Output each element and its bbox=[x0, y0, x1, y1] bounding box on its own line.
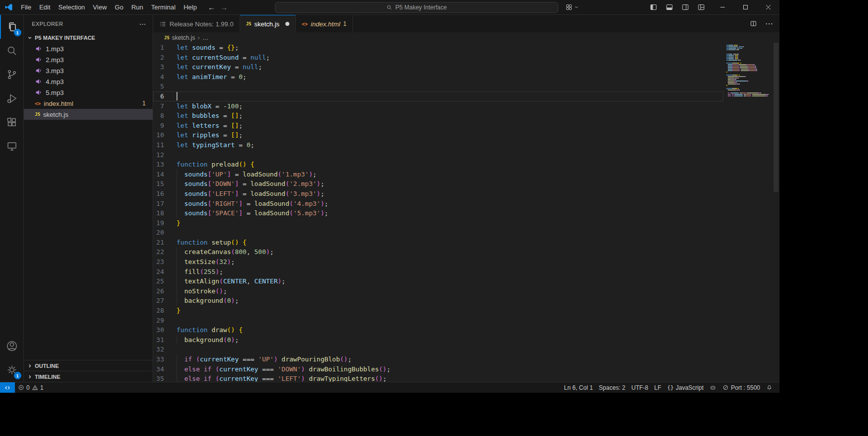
file-row-2mp3[interactable]: 2.mp3 bbox=[24, 54, 153, 65]
code-line[interactable]: 26 noStroke(); bbox=[153, 286, 723, 296]
tab-sketch-js[interactable]: JS sketch.js bbox=[240, 15, 296, 32]
explorer-sidebar: EXPLORER ⋯ P5 MAKEY INTERFACE 1.mp3 2.mp… bbox=[24, 15, 153, 382]
file-row-3mp3[interactable]: 3.mp3 bbox=[24, 65, 153, 76]
toggle-panel-icon[interactable] bbox=[662, 1, 676, 13]
menu-view[interactable]: View bbox=[89, 2, 111, 13]
vertical-scrollbar[interactable] bbox=[773, 43, 780, 382]
code-line[interactable]: 13function preload() { bbox=[153, 160, 723, 170]
breadcrumb-file[interactable]: sketch.js bbox=[172, 34, 195, 41]
indent-status[interactable]: Spaces: 2 bbox=[596, 382, 628, 393]
notifications-status[interactable] bbox=[763, 382, 776, 393]
toggle-primary-sidebar-icon[interactable] bbox=[646, 1, 660, 13]
code-line[interactable]: 19} bbox=[153, 218, 723, 228]
code-line[interactable]: 23 textSize(32); bbox=[153, 257, 723, 267]
code-line[interactable]: 11let typingStart = 0; bbox=[153, 140, 723, 150]
code-line[interactable]: 4let animTimer = 0; bbox=[153, 72, 723, 82]
cursor-position-status[interactable]: Ln 6, Col 1 bbox=[561, 382, 596, 393]
activitybar-remote-explorer[interactable] bbox=[0, 134, 24, 158]
code-line[interactable]: 21function setup() { bbox=[153, 238, 723, 248]
tab-release-notes[interactable]: Release Notes: 1.99.0 bbox=[153, 15, 240, 32]
encoding-status[interactable]: UTF-8 bbox=[628, 382, 651, 393]
code-line[interactable]: 16 sounds['LEFT'] = loadSound('3.mp3'); bbox=[153, 189, 723, 199]
file-row-1mp3[interactable]: 1.mp3 bbox=[24, 43, 153, 54]
scrollbar-thumb[interactable] bbox=[774, 43, 779, 192]
code-line[interactable]: 15 sounds['DOWN'] = loadSound('2.mp3'); bbox=[153, 179, 723, 189]
live-server-port-status[interactable]: Port : 5500 bbox=[719, 382, 763, 393]
more-actions-icon[interactable]: ⋯ bbox=[763, 17, 776, 30]
code-line[interactable]: 34 else if (currentKey === 'DOWN') drawB… bbox=[153, 364, 723, 374]
menu-terminal[interactable]: Terminal bbox=[147, 2, 179, 13]
menu-help[interactable]: Help bbox=[179, 2, 201, 13]
remote-indicator[interactable] bbox=[0, 382, 15, 393]
code-line[interactable]: 10let ripples = []; bbox=[153, 130, 723, 140]
eol-status[interactable]: LF bbox=[651, 382, 664, 393]
explorer-more-actions-icon[interactable]: ⋯ bbox=[139, 20, 147, 28]
minimap[interactable] bbox=[723, 43, 773, 382]
code-line[interactable]: 20 bbox=[153, 228, 723, 238]
customize-layout-icon[interactable] bbox=[694, 1, 708, 13]
code-lines[interactable]: 1let sounds = {};2let currentSound = nul… bbox=[153, 43, 723, 382]
code-line[interactable]: 3let currentKey = null; bbox=[153, 62, 723, 72]
menu-selection[interactable]: Selection bbox=[54, 2, 88, 13]
timeline-section-header[interactable]: TIMELINE bbox=[24, 371, 153, 382]
activitybar-explorer[interactable]: 1 bbox=[0, 15, 24, 39]
activitybar-accounts[interactable] bbox=[0, 334, 24, 358]
error-count: 0 bbox=[26, 384, 30, 391]
code-line[interactable]: 2let currentSound = null; bbox=[153, 53, 723, 63]
toggle-secondary-sidebar-icon[interactable] bbox=[678, 1, 692, 13]
code-line[interactable]: 12 bbox=[153, 150, 723, 160]
menu-run[interactable]: Run bbox=[127, 2, 147, 13]
folder-root[interactable]: P5 MAKEY INTERFACE bbox=[24, 32, 153, 43]
close-window-button[interactable] bbox=[757, 0, 780, 15]
code-line[interactable]: 31 background(0); bbox=[153, 335, 723, 345]
activitybar-extensions[interactable] bbox=[0, 110, 24, 134]
code-line[interactable]: 5 bbox=[153, 82, 723, 91]
line-content: background(0); bbox=[176, 335, 723, 345]
code-line[interactable]: 33 if (currentKey === 'UP') drawPouringB… bbox=[153, 354, 723, 364]
code-line[interactable]: 32 bbox=[153, 345, 723, 354]
code-line[interactable]: 29 bbox=[153, 316, 723, 326]
unsaved-dot-icon[interactable] bbox=[285, 22, 289, 26]
file-row-indexhtml[interactable]: <> index.html 1 bbox=[24, 98, 153, 109]
code-line[interactable]: 1let sounds = {}; bbox=[153, 43, 723, 53]
split-editor-icon[interactable] bbox=[747, 17, 760, 30]
command-center-search[interactable]: P5 Makey Interface bbox=[275, 2, 558, 13]
code-line[interactable]: 27 background(0); bbox=[153, 296, 723, 306]
warning-icon bbox=[32, 384, 38, 391]
js-file-icon: JS bbox=[35, 112, 40, 117]
language-mode-status[interactable]: {} JavaScript bbox=[664, 382, 706, 393]
activitybar-search[interactable] bbox=[0, 39, 24, 63]
file-row-4mp3[interactable]: 4.mp3 bbox=[24, 76, 153, 87]
line-number: 8 bbox=[153, 111, 176, 121]
copilot-status[interactable] bbox=[706, 382, 719, 393]
menu-edit[interactable]: Edit bbox=[35, 2, 54, 13]
code-line[interactable]: 6 bbox=[153, 91, 723, 101]
tab-index-html[interactable]: <> index.html 1 bbox=[296, 15, 353, 32]
code-line[interactable]: 22 createCanvas(800, 500); bbox=[153, 247, 723, 257]
activitybar-run-debug[interactable] bbox=[0, 87, 24, 110]
minimize-button[interactable] bbox=[711, 0, 734, 15]
breadcrumb-symbol[interactable]: … bbox=[202, 34, 208, 41]
maximize-button[interactable] bbox=[734, 0, 757, 15]
activitybar-source-control[interactable] bbox=[0, 63, 24, 87]
file-row-sketchjs[interactable]: JS sketch.js bbox=[24, 109, 153, 120]
code-line[interactable]: 24 fill(255); bbox=[153, 267, 723, 277]
code-line[interactable]: 18 sounds['SPACE'] = loadSound('5.mp3'); bbox=[153, 208, 723, 218]
copilot-menu-button[interactable] bbox=[565, 3, 579, 11]
code-line[interactable]: 8let bubbles = []; bbox=[153, 111, 723, 121]
code-line[interactable]: 28} bbox=[153, 306, 723, 316]
problems-status[interactable]: 0 1 bbox=[15, 382, 46, 393]
explorer-badge: 1 bbox=[14, 29, 21, 36]
code-line[interactable]: 14 sounds['UP'] = loadSound('1.mp3'); bbox=[153, 170, 723, 179]
outline-section-header[interactable]: OUTLINE bbox=[24, 360, 153, 371]
activitybar-settings[interactable]: 1 bbox=[0, 358, 24, 382]
code-line[interactable]: 17 sounds['RIGHT'] = loadSound('4.mp3'); bbox=[153, 199, 723, 209]
menu-go[interactable]: Go bbox=[111, 2, 127, 13]
code-line[interactable]: 9let letters = []; bbox=[153, 121, 723, 131]
file-row-5mp3[interactable]: 5.mp3 bbox=[24, 87, 153, 98]
code-line[interactable]: 35 else if (currentKey === 'LEFT') drawT… bbox=[153, 374, 723, 382]
menu-file[interactable]: File bbox=[17, 2, 35, 13]
code-line[interactable]: 30function draw() { bbox=[153, 325, 723, 335]
code-line[interactable]: 25 textAlign(CENTER, CENTER); bbox=[153, 276, 723, 286]
code-line[interactable]: 7let blobX = -100; bbox=[153, 101, 723, 111]
